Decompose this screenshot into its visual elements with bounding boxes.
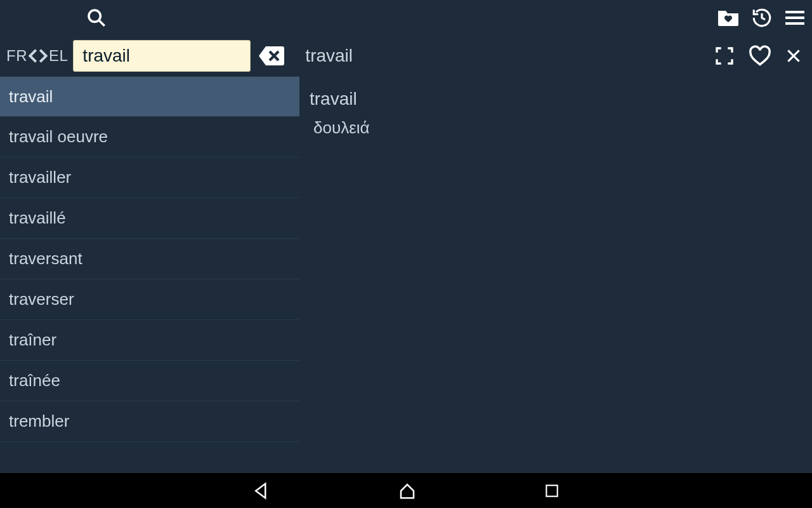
- search-input[interactable]: [73, 40, 251, 72]
- menu-icon[interactable]: [784, 9, 806, 27]
- lang-from-label: FR: [6, 47, 27, 65]
- home-button[interactable]: [398, 481, 417, 500]
- system-nav-bar: [0, 473, 812, 508]
- detail-panel: travail δουλειά: [299, 76, 812, 473]
- search-row: FR EL travail: [0, 35, 812, 76]
- chevron-right-icon: [39, 49, 48, 63]
- favorite-icon[interactable]: [749, 45, 771, 67]
- list-item[interactable]: traînée: [0, 361, 299, 401]
- svg-rect-3: [785, 17, 804, 19]
- lang-to-label: EL: [49, 47, 68, 65]
- detail-translation: δουλειά: [310, 118, 802, 138]
- svg-line-1: [99, 20, 105, 26]
- history-icon[interactable]: [751, 7, 773, 29]
- svg-point-0: [89, 10, 100, 21]
- close-icon[interactable]: [785, 48, 802, 64]
- list-item[interactable]: travail: [0, 76, 299, 117]
- svg-rect-2: [785, 11, 804, 13]
- language-switch[interactable]: FR EL: [6, 47, 68, 65]
- list-item[interactable]: travaillé: [0, 198, 299, 239]
- list-item[interactable]: trembler: [0, 401, 299, 442]
- list-item[interactable]: travailler: [0, 157, 299, 198]
- chevron-left-icon: [29, 49, 37, 63]
- recent-apps-button[interactable]: [544, 483, 560, 499]
- main-area: travailtravail oeuvretravaillertravaillé…: [0, 76, 812, 473]
- clear-search-button[interactable]: [256, 40, 287, 72]
- svg-rect-4: [785, 22, 804, 25]
- svg-rect-9: [546, 485, 557, 496]
- list-item[interactable]: travail oeuvre: [0, 117, 299, 157]
- header-word: travail: [305, 46, 353, 66]
- list-item[interactable]: traversant: [0, 239, 299, 279]
- search-icon[interactable]: [86, 7, 107, 29]
- list-item[interactable]: traverser: [0, 279, 299, 320]
- list-item[interactable]: traîner: [0, 320, 299, 361]
- back-button[interactable]: [252, 481, 271, 500]
- top-bar: [0, 0, 812, 35]
- detail-word: travail: [310, 89, 802, 109]
- word-list[interactable]: travailtravail oeuvretravaillertravaillé…: [0, 76, 299, 473]
- fullscreen-icon[interactable]: [714, 46, 735, 66]
- favorites-folder-icon[interactable]: [717, 8, 740, 27]
